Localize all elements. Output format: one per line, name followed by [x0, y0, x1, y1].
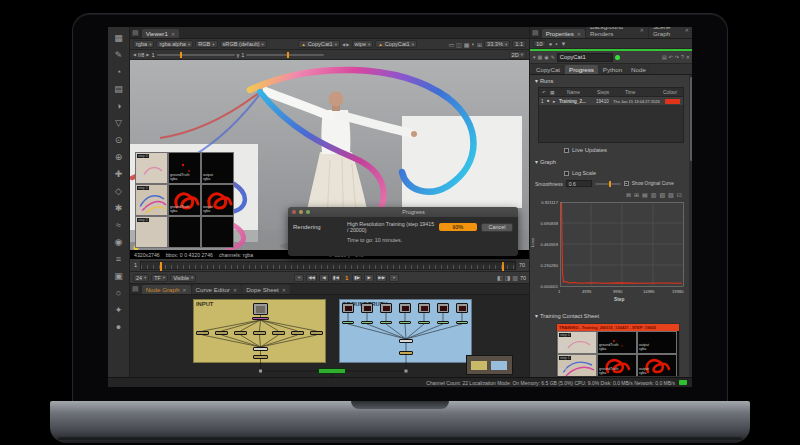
particles-icon[interactable]: ✱ — [111, 199, 127, 216]
play-backward-button[interactable]: ▮◀ — [331, 274, 341, 282]
range-lock-icon[interactable]: ▥ — [512, 274, 518, 281]
tab-dope-sheet[interactable]: Dope Sheet✕ — [242, 285, 290, 294]
roi-icon[interactable]: ⊞ — [477, 41, 482, 48]
smoothness-slider[interactable] — [595, 183, 621, 185]
crop-node-green[interactable] — [399, 321, 411, 324]
gain-slider-handle[interactable] — [180, 52, 182, 58]
next-keyframe-button[interactable]: ▶▶ — [376, 274, 387, 282]
node-graph-canvas[interactable]: INPUT GROUNDTRUTH — [130, 295, 529, 377]
node-edit-icon[interactable]: ✎ — [551, 54, 555, 60]
run-row[interactable]: 1 ■ ▸ Training_2... 19410 Thu Jan 15 13:… — [539, 97, 683, 105]
tab-properties[interactable]: Properties✕ — [542, 29, 585, 38]
scrollbar-thumb[interactable] — [690, 77, 693, 161]
minimize-traffic-icon[interactable] — [299, 210, 303, 214]
gain-down-icon[interactable]: ◀ — [133, 52, 136, 57]
wipe-mode-select[interactable]: wipe▾ — [352, 40, 374, 48]
tab-curve-editor[interactable]: Curve Editor✕ — [192, 285, 242, 294]
timeline-track[interactable] — [140, 261, 516, 270]
collapse-icon[interactable]: ▾ — [535, 78, 538, 84]
loop-mode-icon[interactable]: ◧ — [497, 274, 503, 281]
pan-icon[interactable]: ▧ — [659, 191, 665, 198]
tab-viewer1[interactable]: Viewer1 ✕ — [142, 29, 179, 38]
help-icon[interactable]: ● — [111, 318, 127, 335]
shuffle-node[interactable] — [252, 317, 269, 320]
channel-icon[interactable]: ▤ — [111, 80, 127, 97]
views-icon[interactable]: ◉ — [111, 233, 127, 250]
close-icon[interactable]: ✕ — [233, 287, 237, 293]
undo-run-icon[interactable]: ↶ — [542, 90, 546, 95]
proxy-select[interactable]: 1:1 — [512, 40, 526, 48]
close-icon[interactable]: ✕ — [685, 27, 689, 33]
live-updates-checkbox[interactable] — [564, 148, 569, 153]
close-icon[interactable]: ✕ — [182, 287, 186, 293]
mask-icon[interactable]: ◐ — [471, 41, 475, 47]
keyer-icon[interactable]: ⊙ — [111, 131, 127, 148]
trash-icon[interactable]: ▼ — [560, 41, 566, 47]
viewer-lut-select[interactable]: sRGB (default)▾ — [220, 40, 267, 48]
step-back-button[interactable]: ◀ — [319, 274, 329, 282]
split-icon[interactable]: ◫ — [456, 41, 462, 48]
clear-panel-icon[interactable]: ▪ — [555, 41, 557, 47]
zoom-in-icon[interactable]: ⊞ — [634, 191, 639, 198]
layer-select[interactable]: rgba.alpha▾ — [156, 40, 193, 48]
undo-icon[interactable]: ↶ — [669, 54, 673, 60]
tab-scene-graph[interactable]: Scene Graph✕ — [649, 27, 692, 38]
read-node[interactable] — [399, 303, 411, 313]
cancel-button[interactable]: Cancel — [481, 223, 513, 232]
smoothness-field[interactable]: 0.6 — [566, 180, 592, 187]
color-icon[interactable]: ◑ — [111, 97, 127, 114]
crop-node[interactable] — [253, 331, 266, 335]
crop-node[interactable] — [196, 331, 209, 335]
output-node[interactable] — [253, 355, 268, 359]
metadata-icon[interactable]: ≡ — [111, 250, 127, 267]
zoom-reset-icon[interactable]: ⊠ — [626, 191, 631, 198]
pane-grip-icon[interactable]: ▤ — [132, 285, 139, 293]
crop-node[interactable] — [291, 331, 304, 335]
pane-grip-icon[interactable]: ▤ — [132, 29, 139, 37]
gamma-slider-handle[interactable] — [287, 52, 289, 58]
read-node[interactable] — [418, 303, 430, 313]
crop-node-green[interactable] — [456, 321, 468, 324]
nodegraph-minimap[interactable] — [466, 355, 513, 375]
time-icon[interactable]: ◔ — [111, 63, 127, 80]
swap-inputs-icon[interactable]: ◀ ▶ — [342, 42, 350, 47]
channels-panel-icon[interactable]: ▤ — [662, 54, 667, 60]
layout-icon[interactable]: ▭ — [448, 41, 454, 48]
image-icon[interactable]: ▦ — [111, 29, 127, 46]
transform-icon[interactable]: ✚ — [111, 165, 127, 182]
crop-node[interactable] — [215, 331, 228, 335]
read-node[interactable] — [253, 303, 268, 315]
copycat-node[interactable] — [318, 368, 346, 374]
play-forward-button[interactable]: ▮▶ — [352, 274, 362, 282]
close-panel-icon[interactable]: ✕ — [686, 54, 690, 60]
other-icon[interactable]: ○ — [111, 284, 127, 301]
filter-icon[interactable]: ▽ — [111, 114, 127, 131]
fit-x-icon[interactable]: ▤ — [642, 191, 648, 198]
select-icon[interactable]: ▨ — [668, 191, 674, 198]
redo-icon[interactable]: ↷ — [675, 54, 679, 60]
crop-node[interactable] — [272, 331, 285, 335]
read-node[interactable] — [437, 303, 449, 313]
crop-node-green[interactable] — [437, 321, 449, 324]
bounce-mode-icon[interactable]: ◨ — [505, 274, 511, 281]
read-node[interactable] — [361, 303, 373, 313]
close-icon[interactable]: ✕ — [577, 31, 581, 37]
crop-node-green[interactable] — [342, 321, 354, 324]
crop-node-green[interactable] — [361, 321, 373, 324]
tab-background-renders[interactable]: Background Renders✕ — [586, 27, 648, 38]
draw-icon[interactable]: ✎ — [111, 46, 127, 63]
node-eye-icon[interactable]: ◉ — [544, 54, 548, 60]
deep-icon[interactable]: ≈ — [111, 216, 127, 233]
close-icon[interactable]: ✕ — [171, 31, 175, 37]
pin-icon[interactable]: ● — [549, 41, 553, 47]
contact-sheet-section-header[interactable]: ▾ Training Contact Sheet — [535, 313, 599, 319]
out-marker[interactable] — [502, 262, 504, 271]
stop-run-icon[interactable]: ■ — [547, 99, 549, 103]
fit-y-icon[interactable]: ▥ — [651, 191, 657, 198]
tab-copycat[interactable]: CopyCat — [532, 65, 564, 74]
panel-scrollbar[interactable] — [689, 75, 692, 377]
tab-python[interactable]: Python — [599, 65, 626, 74]
collapse-icon[interactable]: ▾ — [535, 313, 538, 319]
dialog-titlebar[interactable]: Progress — [288, 207, 518, 217]
smoothness-handle[interactable] — [609, 181, 611, 187]
